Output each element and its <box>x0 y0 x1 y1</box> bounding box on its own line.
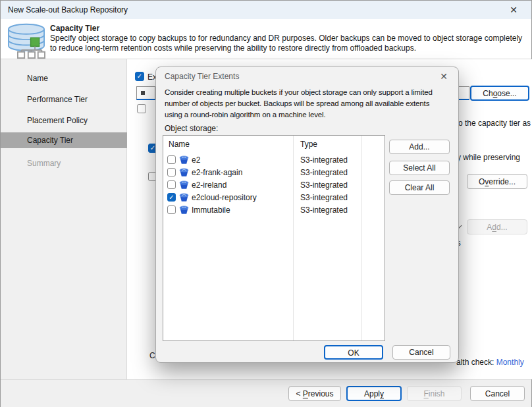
storage-type: S3-integrated <box>300 205 348 215</box>
dialog-title: Capacity Tier Extents <box>165 72 239 81</box>
wizard-header: Capacity Tier Specify object storage to … <box>1 19 531 59</box>
sidebar-item-name[interactable]: Name <box>1 70 127 86</box>
sidebar-item-performance-tier[interactable]: Performance Tier <box>1 92 127 107</box>
object-storage-combobox-fragment[interactable] <box>136 86 155 100</box>
storage-row-3[interactable]: e2cloud-repository S3-integrated <box>163 191 385 204</box>
storage-type: S3-integrated <box>300 168 348 177</box>
add-extent-button[interactable]: Add... <box>389 140 450 154</box>
sidebar-item-summary: Summary <box>1 155 127 171</box>
preserving-text-fragment: y while preserving <box>457 153 520 162</box>
add-password-button: Add... <box>467 219 527 234</box>
bucket-icon <box>179 168 189 177</box>
bucket-icon <box>179 193 189 202</box>
health-check-fragment: alth check: Monthly <box>456 358 524 367</box>
storage-name: e2cloud-repository <box>192 193 257 202</box>
storage-row-4[interactable]: Immutabile S3-integrated <box>163 204 385 216</box>
storage-row-1[interactable]: e2-frank-again S3-integrated <box>163 166 385 178</box>
bottom-line-fragment: C <box>149 351 155 360</box>
row-checkbox[interactable] <box>167 155 176 164</box>
row-checkbox[interactable] <box>167 168 176 176</box>
storage-type: S3-integrated <box>300 193 348 202</box>
row-checkbox[interactable] <box>167 180 176 189</box>
sidebar-item-capacity-tier[interactable]: Capacity Tier <box>1 132 127 148</box>
wizard-window: New Scale-out Backup Repository ✕ <box>0 0 532 407</box>
capacity-tier-extents-dialog: Capacity Tier Extents ✕ Consider creatin… <box>155 67 459 363</box>
apply-button[interactable]: Apply <box>346 386 402 401</box>
object-storage-list[interactable]: Name Type e2 S3-integrated e2-frank-agai… <box>163 135 385 341</box>
health-check-link[interactable]: Monthly <box>496 358 524 367</box>
override-button[interactable]: Override... <box>467 174 527 189</box>
cancel-button[interactable]: Cancel <box>470 386 525 401</box>
step-title: Capacity Tier <box>50 24 99 33</box>
storage-name: Immutabile <box>192 205 230 215</box>
row-checkbox[interactable] <box>167 193 176 202</box>
storage-type: S3-integrated <box>300 155 348 165</box>
column-header-type[interactable]: Type <box>300 140 317 149</box>
object-storage-label: Object storage: <box>165 124 218 133</box>
finish-button: Finish <box>407 386 462 401</box>
title-bar: New Scale-out Backup Repository <box>1 1 531 19</box>
list-header: Name Type <box>163 136 385 153</box>
storage-type: S3-integrated <box>300 180 348 190</box>
window-title: New Scale-out Backup Repository <box>8 5 128 14</box>
select-all-button[interactable]: Select All <box>389 161 450 175</box>
extend-checkbox[interactable] <box>135 72 144 81</box>
capacity-tier-icon <box>6 22 47 61</box>
storage-row-2[interactable]: e2-ireland S3-integrated <box>163 178 385 191</box>
step-description: Specify object storage to copy backups t… <box>50 34 525 53</box>
dialog-description: Consider creating multiple buckets if yo… <box>165 87 445 121</box>
close-icon[interactable]: ✕ <box>508 4 519 16</box>
row-checkbox[interactable] <box>167 205 176 214</box>
dialog-close-icon[interactable]: ✕ <box>437 70 450 83</box>
ok-button[interactable]: OK <box>324 345 383 360</box>
copy-checkbox-fragment[interactable] <box>137 104 146 113</box>
wizard-footer: < Previous Apply Finish Cancel <box>1 379 531 407</box>
bucket-icon <box>179 180 189 190</box>
storage-name: e2-ireland <box>192 180 226 190</box>
column-header-name[interactable]: Name <box>169 140 190 149</box>
sidebar-item-placement-policy[interactable]: Placement Policy <box>1 113 127 128</box>
storage-name: e2 <box>192 155 200 165</box>
bucket-icon <box>179 205 189 215</box>
previous-button[interactable]: < Previous <box>288 386 341 401</box>
bucket-icon <box>179 155 189 165</box>
clear-all-button[interactable]: Clear All <box>389 180 450 195</box>
health-check-text: alth check: <box>456 358 496 367</box>
choose-button[interactable]: Choose... <box>470 86 529 101</box>
wizard-steps-sidebar: Name Performance Tier Placement Policy C… <box>1 59 127 379</box>
dialog-cancel-button[interactable]: Cancel <box>392 345 450 360</box>
storage-name: e2-frank-again <box>192 168 242 177</box>
capacity-tier-text-fragment: o the capacity tier as <box>458 119 531 128</box>
storage-row-0[interactable]: e2 S3-integrated <box>163 153 385 166</box>
